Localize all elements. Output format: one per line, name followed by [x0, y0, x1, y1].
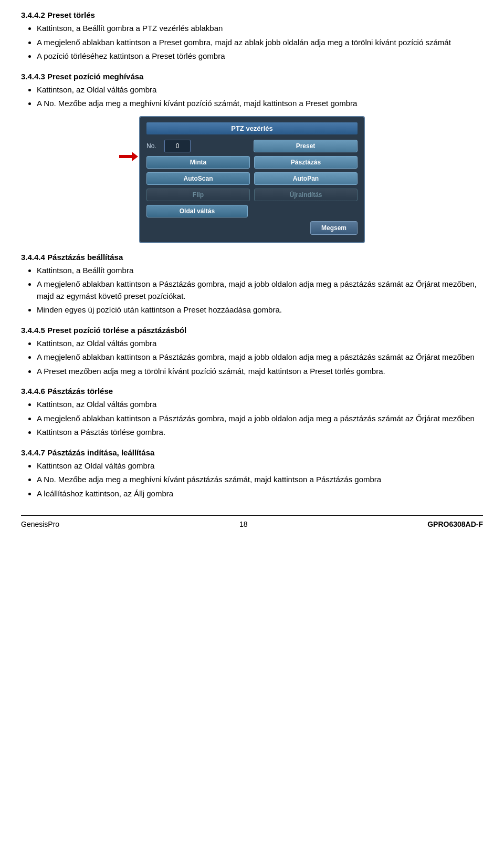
list-item: Kattintson, az Oldal váltás gombra	[37, 399, 483, 411]
page-footer: GenesisPro 18 GPRO6308AD-F	[21, 515, 483, 528]
section-347-list: Kattintson az Oldal váltás gombra A No. …	[37, 460, 483, 500]
list-item: A No. Mezőbe adja meg a meghívni kívánt …	[37, 474, 483, 486]
section-342-heading: 3.4.4.2 Preset törlés	[21, 11, 483, 19]
footer-page-number: 18	[239, 520, 248, 528]
autopan-button[interactable]: AutoPan	[254, 172, 358, 185]
pasztazas-button[interactable]: Pásztázás	[254, 156, 358, 169]
section-342: 3.4.4.2 Preset törlés Kattintson, a Beál…	[21, 11, 483, 63]
oldal-valtas-button[interactable]: Oldal váltás	[146, 205, 248, 217]
ujarainditas-button[interactable]: Újraindítás	[254, 189, 358, 201]
list-item: Kattintson a Pásztás törlése gombra.	[37, 427, 483, 439]
footer-brand: GenesisPro	[21, 520, 59, 528]
ptz-no-row: No. Preset	[146, 140, 358, 152]
list-item: A megjelenő ablakban kattintson a Pásztá…	[37, 351, 483, 363]
section-344-list: Kattintson, a Beállít gombra A megjelenő…	[37, 265, 483, 316]
list-item: Kattintson az Oldal váltás gombra	[37, 460, 483, 472]
section-343: 3.4.4.3 Preset pozíció meghívása Kattint…	[21, 72, 483, 243]
no-field-group: No.	[146, 140, 249, 152]
ptz-row-3: AutoScan AutoPan	[146, 172, 358, 185]
section-346: 3.4.4.6 Pásztázás törlése Kattintson, az…	[21, 387, 483, 439]
list-item: A leállításhoz kattintson, az Állj gombr…	[37, 488, 483, 500]
ptz-title: PTZ vezérlés	[146, 122, 358, 134]
list-item: A pozíció törléséhez kattintson a Preset…	[37, 50, 483, 63]
footer-model: GPRO6308AD-F	[427, 520, 483, 528]
list-item: Kattintson, a Beállít gombra a PTZ vezér…	[37, 23, 483, 35]
no-input[interactable]	[164, 140, 191, 152]
red-arrow	[119, 152, 138, 161]
ptz-row-2: Minta Pásztázás	[146, 156, 358, 169]
section-346-list: Kattintson, az Oldal váltás gombra A meg…	[37, 399, 483, 439]
preset-button[interactable]: Preset	[254, 140, 358, 152]
list-item: Kattintson, az Oldal váltás gombra	[37, 338, 483, 350]
section-344-heading: 3.4.4.4 Pásztázás beállítása	[21, 253, 483, 262]
ptz-row-4: Flip Újraindítás	[146, 189, 358, 201]
ptz-row-5: Oldal váltás	[146, 205, 358, 217]
section-346-heading: 3.4.4.6 Pásztázás törlése	[21, 387, 483, 396]
svg-marker-0	[119, 152, 138, 161]
no-label: No.	[146, 142, 161, 150]
section-345-list: Kattintson, az Oldal váltás gombra A meg…	[37, 338, 483, 378]
ptz-bottom-row: Megsem	[146, 221, 358, 235]
list-item: A megjelenő ablakban kattintson a Preset…	[37, 37, 483, 49]
section-344: 3.4.4.4 Pásztázás beállítása Kattintson,…	[21, 253, 483, 316]
section-345-heading: 3.4.4.5 Preset pozíció törlése a pásztáz…	[21, 326, 483, 335]
flip-button[interactable]: Flip	[146, 189, 250, 201]
ptz-panel-container: PTZ vezérlés No. Preset Minta Pásztázás	[21, 116, 483, 243]
ptz-panel-wrapper: PTZ vezérlés No. Preset Minta Pásztázás	[139, 116, 365, 243]
page-content: 3.4.4.2 Preset törlés Kattintson, a Beál…	[21, 11, 483, 528]
section-342-list: Kattintson, a Beállít gombra a PTZ vezér…	[37, 23, 483, 63]
autoscan-button[interactable]: AutoScan	[146, 172, 250, 185]
list-item: Kattintson, a Beállít gombra	[37, 265, 483, 277]
minta-button[interactable]: Minta	[146, 156, 250, 169]
list-item: A megjelenő ablakban kattintson a Pásztá…	[37, 413, 483, 425]
section-347: 3.4.4.7 Pásztázás indítása, leállítása K…	[21, 448, 483, 500]
list-item: A No. Mezőbe adja meg a meghívni kívánt …	[37, 98, 483, 110]
list-item: A Preset mezőben adja meg a törölni kívá…	[37, 366, 483, 378]
section-343-heading: 3.4.4.3 Preset pozíció meghívása	[21, 72, 483, 81]
ptz-panel: PTZ vezérlés No. Preset Minta Pásztázás	[139, 116, 365, 243]
section-345: 3.4.4.5 Preset pozíció törlése a pásztáz…	[21, 326, 483, 378]
list-item: Kattintson, az Oldal váltás gombra	[37, 84, 483, 96]
list-item: Minden egyes új pozíció után kattintson …	[37, 304, 483, 316]
list-item: A megjelenő ablakban kattintson a Pásztá…	[37, 278, 483, 302]
section-343-list: Kattintson, az Oldal váltás gombra A No.…	[37, 84, 483, 110]
section-347-heading: 3.4.4.7 Pásztázás indítása, leállítása	[21, 448, 483, 457]
megsem-button[interactable]: Megsem	[310, 221, 358, 235]
